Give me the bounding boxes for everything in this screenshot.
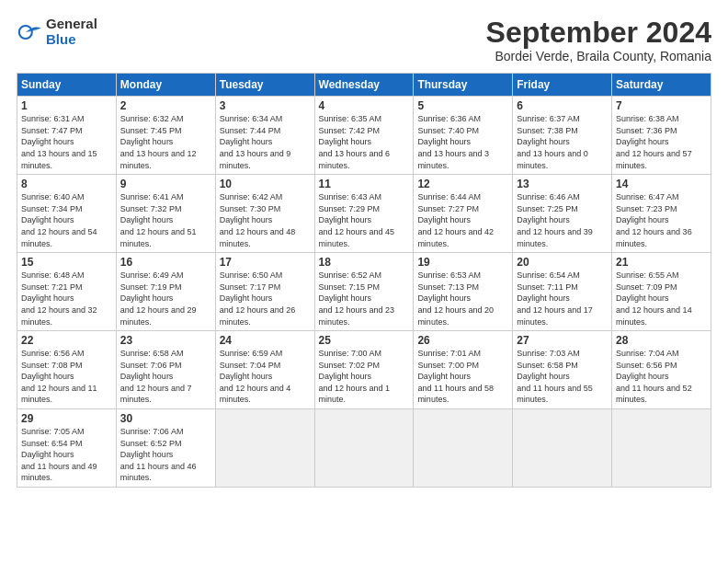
day-cell: 20 Sunrise: 6:54 AMSunset: 7:11 PMDaylig… [513, 253, 612, 331]
empty-cell [612, 409, 711, 488]
day-info: Sunrise: 7:04 AMSunset: 6:56 PMDaylight … [616, 349, 692, 404]
day-number: 12 [417, 178, 508, 190]
day-cell: 29 Sunrise: 7:05 AMSunset: 6:54 PMDaylig… [17, 409, 117, 488]
day-info: Sunrise: 6:50 AMSunset: 7:17 PMDaylight … [220, 270, 296, 326]
day-cell: 23 Sunrise: 6:58 AMSunset: 7:06 PMDaylig… [116, 331, 215, 409]
week-row: 8 Sunrise: 6:40 AMSunset: 7:34 PMDayligh… [17, 175, 711, 253]
day-info: Sunrise: 6:58 AMSunset: 7:06 PMDaylight … [120, 349, 192, 404]
day-number: 7 [616, 99, 707, 112]
day-info: Sunrise: 7:03 AMSunset: 6:58 PMDaylight … [517, 349, 593, 404]
empty-cell [215, 409, 314, 488]
day-number: 15 [21, 256, 112, 269]
day-info: Sunrise: 6:32 AMSunset: 7:45 PMDaylight … [120, 114, 197, 169]
day-info: Sunrise: 6:43 AMSunset: 7:29 PMDaylight … [319, 192, 395, 247]
day-cell: 8 Sunrise: 6:40 AMSunset: 7:34 PMDayligh… [17, 175, 117, 253]
week-row: 1 Sunrise: 6:31 AMSunset: 7:47 PMDayligh… [17, 97, 711, 175]
day-cell: 2 Sunrise: 6:32 AMSunset: 7:45 PMDayligh… [116, 97, 215, 175]
day-cell: 12 Sunrise: 6:44 AMSunset: 7:27 PMDaylig… [414, 175, 513, 253]
day-number: 19 [417, 256, 508, 269]
logo-icon [17, 19, 42, 45]
day-number: 2 [120, 99, 211, 112]
day-info: Sunrise: 6:55 AMSunset: 7:09 PMDaylight … [616, 270, 692, 326]
day-info: Sunrise: 6:40 AMSunset: 7:34 PMDaylight … [21, 192, 97, 247]
day-number: 3 [220, 99, 311, 112]
day-number: 28 [616, 334, 707, 347]
day-number: 17 [220, 256, 311, 269]
logo-general: General [46, 17, 97, 32]
col-thursday: Thursday [414, 74, 513, 97]
col-monday: Monday [116, 74, 215, 97]
logo: General Blue [17, 17, 97, 47]
day-cell: 3 Sunrise: 6:34 AMSunset: 7:44 PMDayligh… [215, 97, 314, 175]
day-info: Sunrise: 7:01 AMSunset: 7:00 PMDaylight … [417, 349, 494, 404]
col-saturday: Saturday [612, 74, 711, 97]
day-cell: 9 Sunrise: 6:41 AMSunset: 7:32 PMDayligh… [116, 175, 215, 253]
day-number: 20 [517, 256, 608, 269]
header-row: Sunday Monday Tuesday Wednesday Thursday… [17, 74, 711, 97]
day-info: Sunrise: 6:46 AMSunset: 7:25 PMDaylight … [517, 192, 593, 247]
day-info: Sunrise: 6:42 AMSunset: 7:30 PMDaylight … [220, 192, 296, 247]
day-info: Sunrise: 6:38 AMSunset: 7:36 PMDaylight … [616, 114, 692, 169]
day-cell: 1 Sunrise: 6:31 AMSunset: 7:47 PMDayligh… [17, 97, 117, 175]
col-friday: Friday [513, 74, 612, 97]
day-number: 25 [319, 334, 410, 347]
day-info: Sunrise: 6:34 AMSunset: 7:44 PMDaylight … [220, 114, 291, 169]
day-cell: 5 Sunrise: 6:36 AMSunset: 7:40 PMDayligh… [414, 97, 513, 175]
day-number: 21 [616, 256, 707, 269]
week-row: 15 Sunrise: 6:48 AMSunset: 7:21 PMDaylig… [17, 253, 711, 331]
day-number: 22 [21, 334, 112, 347]
svg-point-0 [19, 26, 32, 39]
day-number: 24 [220, 334, 311, 347]
day-number: 1 [21, 99, 112, 112]
calendar-body: 1 Sunrise: 6:31 AMSunset: 7:47 PMDayligh… [17, 97, 711, 488]
day-number: 6 [517, 99, 608, 112]
header: General Blue September 2024 Bordei Verde… [17, 17, 711, 63]
day-info: Sunrise: 6:53 AMSunset: 7:13 PMDaylight … [417, 270, 494, 326]
day-cell: 24 Sunrise: 6:59 AMSunset: 7:04 PMDaylig… [215, 331, 314, 409]
day-number: 27 [517, 334, 608, 347]
day-cell: 7 Sunrise: 6:38 AMSunset: 7:36 PMDayligh… [612, 97, 711, 175]
day-info: Sunrise: 6:59 AMSunset: 7:04 PMDaylight … [220, 349, 291, 404]
day-cell: 27 Sunrise: 7:03 AMSunset: 6:58 PMDaylig… [513, 331, 612, 409]
col-tuesday: Tuesday [215, 74, 314, 97]
day-number: 18 [319, 256, 410, 269]
page: General Blue September 2024 Bordei Verde… [0, 0, 728, 563]
day-cell: 28 Sunrise: 7:04 AMSunset: 6:56 PMDaylig… [612, 331, 711, 409]
calendar-table: Sunday Monday Tuesday Wednesday Thursday… [17, 73, 711, 488]
day-cell: 10 Sunrise: 6:42 AMSunset: 7:30 PMDaylig… [215, 175, 314, 253]
day-cell: 19 Sunrise: 6:53 AMSunset: 7:13 PMDaylig… [414, 253, 513, 331]
day-cell: 18 Sunrise: 6:52 AMSunset: 7:15 PMDaylig… [314, 253, 414, 331]
title-block: September 2024 Bordei Verde, Braila Coun… [486, 17, 711, 63]
week-row: 29 Sunrise: 7:05 AMSunset: 6:54 PMDaylig… [17, 409, 711, 488]
empty-cell [414, 409, 513, 488]
empty-cell [513, 409, 612, 488]
day-info: Sunrise: 7:00 AMSunset: 7:02 PMDaylight … [319, 349, 391, 404]
day-cell: 30 Sunrise: 7:06 AMSunset: 6:52 PMDaylig… [116, 409, 215, 488]
day-number: 4 [319, 99, 410, 112]
day-cell: 15 Sunrise: 6:48 AMSunset: 7:21 PMDaylig… [17, 253, 117, 331]
day-info: Sunrise: 6:41 AMSunset: 7:32 PMDaylight … [120, 192, 197, 247]
day-cell: 13 Sunrise: 6:46 AMSunset: 7:25 PMDaylig… [513, 175, 612, 253]
day-info: Sunrise: 6:49 AMSunset: 7:19 PMDaylight … [120, 270, 197, 326]
day-cell: 4 Sunrise: 6:35 AMSunset: 7:42 PMDayligh… [314, 97, 414, 175]
day-number: 11 [319, 178, 410, 190]
day-number: 30 [120, 412, 211, 425]
day-cell: 6 Sunrise: 6:37 AMSunset: 7:38 PMDayligh… [513, 97, 612, 175]
day-info: Sunrise: 7:05 AMSunset: 6:54 PMDaylight … [21, 427, 97, 482]
day-cell: 25 Sunrise: 7:00 AMSunset: 7:02 PMDaylig… [314, 331, 414, 409]
day-number: 23 [120, 334, 211, 347]
logo-text: General Blue [46, 17, 97, 47]
day-number: 13 [517, 178, 608, 190]
day-cell: 21 Sunrise: 6:55 AMSunset: 7:09 PMDaylig… [612, 253, 711, 331]
day-info: Sunrise: 6:36 AMSunset: 7:40 PMDaylight … [417, 114, 489, 169]
day-info: Sunrise: 6:48 AMSunset: 7:21 PMDaylight … [21, 270, 97, 326]
day-cell: 14 Sunrise: 6:47 AMSunset: 7:23 PMDaylig… [612, 175, 711, 253]
day-number: 29 [21, 412, 112, 425]
col-sunday: Sunday [17, 74, 117, 97]
day-number: 26 [417, 334, 508, 347]
day-number: 9 [120, 178, 211, 190]
day-info: Sunrise: 6:54 AMSunset: 7:11 PMDaylight … [517, 270, 593, 326]
day-info: Sunrise: 7:06 AMSunset: 6:52 PMDaylight … [120, 427, 197, 482]
day-number: 14 [616, 178, 707, 190]
day-cell: 17 Sunrise: 6:50 AMSunset: 7:17 PMDaylig… [215, 253, 314, 331]
